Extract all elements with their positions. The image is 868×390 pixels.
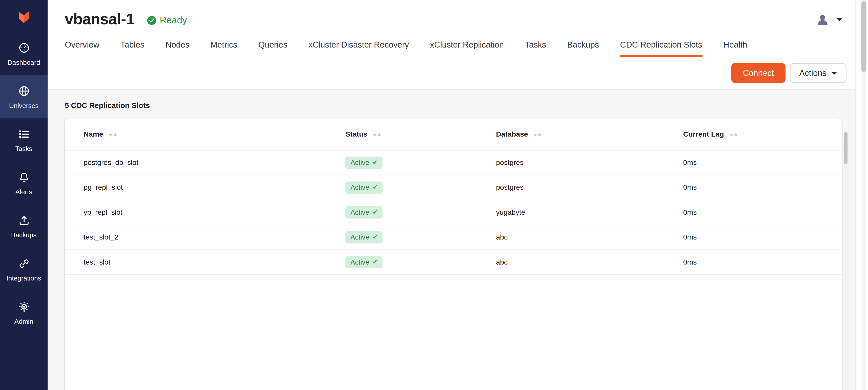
column-header-name[interactable]: Name	[65, 118, 327, 150]
slots-table: Name Status Database	[65, 118, 842, 275]
cell-status: Active ✔	[327, 225, 477, 249]
integrations-link-icon	[18, 257, 30, 270]
sidebar-item-label: Dashboard	[8, 58, 40, 66]
active-status-label: Active	[350, 183, 369, 191]
table-scrollbar-thumb[interactable]	[844, 132, 847, 164]
table-row[interactable]: yb_repl_slot Active ✔ yugabyte 0ms	[65, 200, 842, 225]
tab-xcluster-replication[interactable]: xCluster Replication	[430, 34, 504, 57]
backups-upload-icon	[18, 214, 30, 227]
sidebar-item-dashboard[interactable]: Dashboard	[0, 32, 48, 75]
chevron-down-icon	[836, 18, 842, 21]
tab-tables[interactable]: Tables	[120, 34, 145, 57]
active-status-badge: Active ✔	[345, 181, 383, 193]
column-header-database[interactable]: Database	[477, 118, 664, 150]
sidebar-item-tasks[interactable]: Tasks	[0, 118, 48, 162]
column-header-label: Current Lag	[683, 130, 724, 138]
sidebar-item-label: Admin	[14, 317, 33, 325]
tab-queries[interactable]: Queries	[258, 34, 287, 57]
sidebar-item-admin[interactable]: Admin	[0, 291, 48, 334]
active-status-label: Active	[350, 208, 369, 216]
check-icon: ✔	[373, 159, 378, 165]
yugabyte-logo-icon	[16, 9, 32, 28]
user-avatar-icon	[815, 12, 830, 27]
app-root: Dashboard Universes Tasks Alerts Backups	[0, 0, 868, 390]
sidebar-item-label: Integrations	[6, 274, 41, 282]
slots-count-heading: 5 CDC Replication Slots	[65, 101, 855, 109]
cell-current-lag: 0ms	[664, 175, 842, 200]
action-toolbar: Connect Actions	[48, 57, 855, 90]
active-status-label: Active	[350, 159, 369, 166]
cell-name: test_slot	[65, 250, 327, 274]
active-status-badge: Active ✔	[345, 231, 383, 243]
tab-xcluster-disaster-recovery[interactable]: xCluster Disaster Recovery	[308, 34, 409, 57]
check-icon: ✔	[373, 259, 378, 265]
cell-current-lag: 0ms	[664, 225, 842, 249]
check-icon: ✔	[373, 234, 378, 240]
chevron-down-icon	[832, 72, 837, 74]
sidebar-item-alerts[interactable]: Alerts	[0, 162, 48, 205]
sidebar: Dashboard Universes Tasks Alerts Backups	[0, 0, 48, 390]
column-header-status[interactable]: Status	[327, 118, 477, 150]
cell-status: Active ✔	[327, 175, 477, 200]
tab-backups[interactable]: Backups	[567, 34, 599, 57]
cell-current-lag: 0ms	[664, 200, 842, 225]
cell-database: postgres	[477, 175, 664, 200]
cell-status: Active ✔	[327, 250, 477, 274]
scroll-gutter	[855, 0, 868, 390]
tab-bar: Overview Tables Nodes Metrics Queries xC…	[48, 34, 855, 57]
cell-name: test_slot_2	[65, 225, 327, 249]
cell-name: yb_repl_slot	[65, 200, 327, 225]
active-status-label: Active	[350, 233, 369, 241]
actions-button[interactable]: Actions	[790, 63, 846, 83]
sidebar-item-universes[interactable]: Universes	[0, 75, 48, 119]
connect-button[interactable]: Connect	[731, 63, 785, 83]
cell-database: yugabyte	[477, 200, 664, 225]
universe-header: vbansal-1 Ready	[48, 0, 855, 34]
actions-button-label: Actions	[799, 64, 827, 83]
tab-nodes[interactable]: Nodes	[165, 34, 190, 57]
sidebar-item-label: Universes	[9, 101, 39, 109]
sidebar-item-label: Backups	[11, 231, 37, 239]
tab-tasks[interactable]: Tasks	[525, 34, 546, 57]
sort-icon[interactable]	[373, 133, 381, 136]
cell-status: Active ✔	[327, 150, 477, 175]
table-row[interactable]: postgres_db_slot Active ✔ postgres 0ms	[65, 150, 842, 175]
table-row[interactable]: pg_repl_slot Active ✔ postgres 0ms	[65, 175, 842, 200]
sidebar-item-backups[interactable]: Backups	[0, 205, 48, 248]
cell-current-lag: 0ms	[664, 150, 842, 175]
cell-current-lag: 0ms	[664, 250, 842, 274]
column-header-current-lag[interactable]: Current Lag	[664, 118, 842, 150]
main-area: vbansal-1 Ready Overview Tables Nodes Me…	[48, 0, 855, 390]
sort-icon[interactable]	[534, 133, 542, 136]
tab-health[interactable]: Health	[723, 34, 747, 57]
column-header-label: Name	[84, 130, 103, 138]
yugabyte-logo[interactable]	[0, 0, 48, 32]
active-status-badge: Active ✔	[345, 156, 383, 168]
check-circle-icon	[147, 15, 156, 25]
table-row[interactable]: test_slot_2 Active ✔ abc 0ms	[65, 225, 842, 249]
status-badge-label: Ready	[160, 15, 187, 26]
check-icon: ✔	[373, 209, 378, 215]
sort-icon[interactable]	[109, 133, 117, 136]
slots-table-card: Name Status Database	[64, 118, 843, 390]
cell-database: abc	[477, 225, 664, 249]
page-scrollbar-thumb[interactable]	[861, 1, 866, 72]
tab-overview[interactable]: Overview	[65, 34, 99, 57]
admin-gear-icon	[18, 300, 30, 314]
user-menu[interactable]	[815, 12, 846, 27]
tab-cdc-replication-slots[interactable]: CDC Replication Slots	[620, 34, 702, 57]
table-row[interactable]: test_slot Active ✔ abc 0ms	[65, 250, 842, 274]
sort-icon[interactable]	[730, 133, 738, 136]
table-header-row: Name Status Database	[65, 118, 842, 150]
universes-icon	[18, 85, 30, 98]
column-header-label: Status	[345, 130, 367, 138]
table-scrollbar[interactable]	[844, 132, 848, 390]
active-status-label: Active	[350, 258, 369, 266]
cdc-slots-panel: 5 CDC Replication Slots Name Status	[48, 90, 855, 390]
page-title: vbansal-1	[65, 11, 134, 28]
page-scrollbar[interactable]	[861, 0, 866, 390]
sidebar-item-integrations[interactable]: Integrations	[0, 248, 48, 291]
cell-database: abc	[477, 250, 664, 274]
alerts-bell-icon	[18, 171, 30, 184]
tab-metrics[interactable]: Metrics	[211, 34, 237, 57]
